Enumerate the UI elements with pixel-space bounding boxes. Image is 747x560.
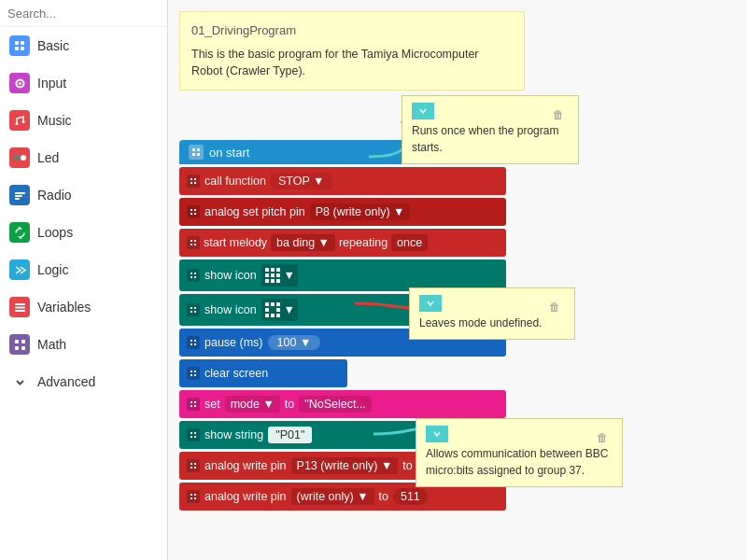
- show-icon-1-grid[interactable]: ▼: [261, 264, 298, 287]
- on-start-label: on start: [209, 146, 249, 160]
- svg-rect-12: [15, 198, 20, 200]
- search-box[interactable]: 🔍: [0, 0, 167, 27]
- svg-rect-73: [194, 405, 196, 407]
- show-icon-2-icon: [187, 303, 200, 316]
- clear-screen-icon: [187, 367, 200, 380]
- aw2-dropdown[interactable]: ▼: [357, 490, 368, 503]
- analog-write-2-value[interactable]: 511: [393, 488, 428, 505]
- program-description: This is the basic program for the Tamiya…: [191, 46, 513, 81]
- show-icon-1-dropdown[interactable]: ▼: [284, 269, 295, 282]
- block-clear-screen[interactable]: clear screen: [179, 359, 347, 387]
- sidebar-item-logic[interactable]: Logic: [0, 251, 167, 288]
- sidebar-label-music: Music: [37, 113, 72, 128]
- svg-rect-33: [194, 240, 196, 242]
- svg-point-7: [21, 120, 24, 123]
- analog-write-2-pin[interactable]: (write only) ▼: [291, 488, 374, 505]
- call-function-dropdown[interactable]: ▼: [313, 175, 324, 188]
- svg-rect-70: [190, 401, 192, 403]
- sidebar-item-led[interactable]: Led: [0, 139, 167, 176]
- analog-write-2-icon: [187, 490, 200, 503]
- svg-rect-78: [190, 463, 192, 465]
- svg-rect-22: [192, 153, 195, 156]
- sidebar-item-advanced[interactable]: Advanced: [0, 363, 167, 400]
- analog-pitch-pin[interactable]: P8 (write only) ▼: [310, 203, 411, 220]
- to-1-label: to: [402, 459, 412, 472]
- svg-rect-13: [15, 303, 25, 305]
- show-icon-2-grid[interactable]: ▼: [261, 299, 298, 321]
- svg-rect-3: [21, 47, 24, 50]
- melody-repeat[interactable]: once: [391, 234, 428, 251]
- svg-rect-8: [13, 155, 21, 161]
- call-function-value[interactable]: STOP ▼: [271, 173, 331, 189]
- svg-rect-68: [190, 374, 192, 376]
- svg-rect-46: [265, 279, 269, 283]
- aw1-dropdown[interactable]: ▼: [381, 459, 392, 472]
- sidebar-item-loops[interactable]: Loops: [0, 214, 167, 251]
- tooltip-leaves-mode: 🗑 Leaves mode undefined.: [409, 287, 575, 340]
- sidebar: 🔍 Basic Input Music Led Radio: [0, 0, 168, 560]
- pause-label: pause (ms): [204, 336, 263, 349]
- sidebar-item-input[interactable]: Input: [0, 64, 167, 102]
- svg-rect-83: [194, 494, 196, 496]
- analog-write-1-label: analog write pin: [204, 459, 287, 472]
- sidebar-item-variables[interactable]: Variables: [0, 288, 167, 326]
- svg-rect-30: [190, 213, 192, 215]
- melody-dropdown[interactable]: ▼: [318, 236, 330, 249]
- svg-rect-57: [271, 308, 275, 312]
- to-2-label: to: [379, 490, 388, 503]
- svg-rect-45: [276, 273, 280, 277]
- block-show-icon-1[interactable]: show icon ▼: [179, 259, 506, 291]
- program-title: 01_DrivingProgram: [191, 21, 513, 40]
- tooltip-close-3[interactable]: 🗑: [597, 429, 608, 446]
- search-input[interactable]: [7, 7, 164, 21]
- pause-value[interactable]: 100 ▼: [268, 335, 321, 350]
- block-set-mode[interactable]: set mode ▼ to "NoSelect...: [179, 390, 506, 418]
- svg-rect-60: [271, 314, 275, 317]
- repeating-label: repeating: [339, 236, 388, 249]
- svg-rect-40: [265, 268, 269, 272]
- tooltip-tab-1: [412, 103, 434, 119]
- analog-write-1-pin[interactable]: P13 (write only) ▼: [291, 457, 399, 474]
- melody-name[interactable]: ba ding ▼: [271, 234, 335, 251]
- radio-icon: [9, 185, 30, 205]
- analog-pitch-dropdown[interactable]: ▼: [393, 205, 404, 218]
- pause-dropdown[interactable]: ▼: [300, 336, 311, 349]
- sidebar-item-radio[interactable]: Radio: [0, 176, 167, 214]
- pause-icon: [187, 336, 200, 349]
- set-mode-value[interactable]: mode ▼: [225, 396, 280, 413]
- svg-rect-17: [21, 340, 25, 343]
- svg-rect-79: [194, 463, 196, 465]
- svg-rect-44: [271, 273, 275, 277]
- svg-rect-59: [265, 314, 269, 317]
- sidebar-label-math: Math: [37, 337, 66, 352]
- set-mode-to-value[interactable]: "NoSelect...: [299, 396, 372, 413]
- tooltip-close-1[interactable]: 🗑: [553, 106, 564, 123]
- svg-rect-58: [276, 308, 280, 312]
- sidebar-label-radio: Radio: [37, 188, 72, 203]
- svg-rect-1: [21, 41, 24, 45]
- svg-rect-18: [15, 346, 19, 350]
- svg-rect-72: [190, 405, 192, 407]
- svg-rect-0: [15, 41, 19, 45]
- block-analog-set-pitch[interactable]: analog set pitch pin P8 (write only) ▼: [179, 198, 506, 226]
- tooltip-close-2[interactable]: 🗑: [549, 299, 560, 315]
- sidebar-item-music[interactable]: Music: [0, 102, 167, 139]
- svg-point-6: [15, 122, 18, 125]
- set-mode-dropdown[interactable]: ▼: [262, 398, 274, 411]
- svg-rect-10: [15, 192, 25, 194]
- sidebar-item-basic[interactable]: Basic: [0, 27, 167, 64]
- show-string-value[interactable]: "P01": [268, 427, 312, 443]
- show-icon-2-dropdown[interactable]: ▼: [284, 303, 295, 316]
- call-function-icon: [187, 175, 200, 188]
- tooltip-text-2: Leaves mode undefined.: [419, 315, 565, 331]
- block-call-function[interactable]: call function STOP ▼: [179, 167, 506, 195]
- svg-rect-65: [194, 343, 196, 345]
- tooltip-text-1: Runs once when the program starts.: [412, 122, 569, 156]
- sidebar-item-math[interactable]: Math: [0, 326, 167, 363]
- svg-rect-76: [190, 436, 192, 438]
- math-icon: [9, 334, 30, 355]
- tooltip-runs-once: 🗑 Runs once when the program starts.: [402, 95, 579, 164]
- clear-screen-label: clear screen: [204, 367, 268, 380]
- svg-rect-19: [21, 346, 25, 350]
- block-start-melody[interactable]: start melody ba ding ▼ repeating once: [179, 229, 506, 257]
